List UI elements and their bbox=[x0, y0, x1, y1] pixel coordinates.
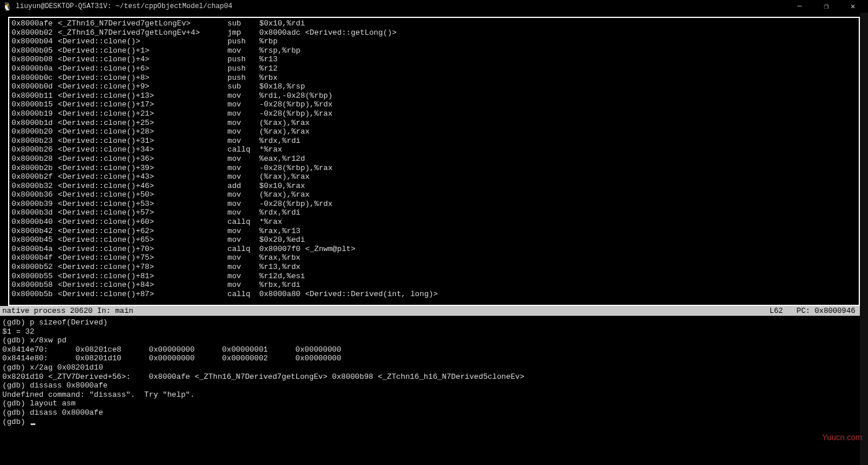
asm-opcode: callq bbox=[227, 245, 259, 254]
asm-symbol: <Derived::clone()+53> bbox=[58, 200, 227, 209]
asm-line: 0x8000b0c<Derived::clone()+8>push%rbx bbox=[12, 73, 856, 83]
asm-address: 0x8000b4f bbox=[12, 253, 58, 263]
asm-line: 0x8000b26<Derived::clone()+34>callq*%rax bbox=[12, 145, 856, 154]
asm-line: 0x8000b02<_ZThn16_N7Derived7getLongEv+4>… bbox=[12, 28, 856, 38]
asm-symbol: <_ZThn16_N7Derived7getLongEv+4> bbox=[58, 28, 227, 38]
asm-line: 0x8000b3d<Derived::clone()+57>mov%rdx,%r… bbox=[12, 208, 856, 217]
asm-opcode: sub bbox=[227, 19, 259, 28]
asm-opcode: push bbox=[227, 37, 259, 46]
asm-address: 0x8000b05 bbox=[12, 46, 58, 56]
asm-address: 0x8000b45 bbox=[12, 235, 58, 245]
asm-args: %rdx,%rdi bbox=[259, 136, 856, 146]
asm-line: 0x8000b08<Derived::clone()+4>push%r13 bbox=[12, 55, 856, 64]
console-line: 0x8414e80: 0x08201d10 0x00000000 0x00000… bbox=[2, 354, 866, 363]
asm-address: 0x8000b15 bbox=[12, 100, 58, 109]
asm-symbol: <Derived::clone()+39> bbox=[58, 164, 227, 173]
console-line: (gdb) bbox=[2, 418, 866, 427]
window-title: liuyun@DESKTOP-Q5AT31V: ~/test/cppObject… bbox=[16, 2, 792, 10]
asm-address: 0x8000b28 bbox=[12, 154, 58, 164]
asm-args: %rbx bbox=[259, 73, 856, 83]
asm-address: 0x8000b02 bbox=[12, 28, 58, 38]
asm-symbol: <Derived::clone()+4> bbox=[58, 55, 227, 64]
asm-line: 0x8000b23<Derived::clone()+31>mov%rdx,%r… bbox=[12, 136, 856, 146]
asm-opcode: mov bbox=[227, 200, 259, 209]
asm-symbol: <Derived::clone()+65> bbox=[58, 235, 227, 245]
asm-args: %rax,%r13 bbox=[259, 227, 856, 236]
asm-line: 0x8000b52<Derived::clone()+78>mov%r13,%r… bbox=[12, 263, 856, 272]
console-line: (gdb) x/2ag 0x08201d10 bbox=[2, 363, 866, 372]
asm-line: 0x8000b42<Derived::clone()+62>mov%rax,%r… bbox=[12, 227, 856, 236]
disassembly-panel[interactable]: 0x8000afe<_ZThn16_N7Derived7getLongEv>su… bbox=[8, 17, 860, 306]
asm-symbol: <Derived::clone()+25> bbox=[58, 119, 227, 128]
asm-args: %eax,%r12d bbox=[259, 154, 856, 164]
asm-address: 0x8000b20 bbox=[12, 127, 58, 136]
maximize-button[interactable]: ❐ bbox=[818, 2, 834, 11]
asm-args: (%rax),%rax bbox=[259, 172, 856, 182]
asm-line: 0x8000b15<Derived::clone()+17>mov-0x28(%… bbox=[12, 100, 856, 109]
asm-args: $0x10,%rdi bbox=[259, 19, 856, 28]
asm-symbol: <Derived::clone()+78> bbox=[58, 263, 227, 272]
window-controls: — ❐ ✕ bbox=[792, 2, 866, 11]
asm-opcode: mov bbox=[227, 100, 259, 109]
asm-symbol: <Derived::clone()+1> bbox=[58, 46, 227, 56]
asm-symbol: <Derived::clone()+34> bbox=[58, 145, 227, 154]
asm-opcode: callq bbox=[227, 145, 259, 154]
asm-symbol: <Derived::clone()+6> bbox=[58, 64, 227, 73]
asm-line: 0x8000afe<_ZThn16_N7Derived7getLongEv>su… bbox=[12, 19, 856, 28]
asm-symbol: <Derived::clone()+62> bbox=[58, 227, 227, 236]
asm-args: %r12d,%esi bbox=[259, 272, 856, 281]
console-line: (gdb) disass 0x8000afe bbox=[2, 408, 866, 418]
asm-args: %r12 bbox=[259, 64, 856, 73]
gdb-console[interactable]: (gdb) p sizeof(Derived)$1 = 32(gdb) x/8x… bbox=[0, 316, 868, 426]
asm-symbol: <Derived::clone()+21> bbox=[58, 109, 227, 119]
asm-address: 0x8000b0a bbox=[12, 64, 58, 73]
asm-args: $0x18,%rsp bbox=[259, 82, 856, 91]
asm-opcode: mov bbox=[227, 281, 259, 290]
asm-symbol: <Derived::clone()+70> bbox=[58, 245, 227, 254]
asm-address: 0x8000b26 bbox=[12, 145, 58, 154]
asm-symbol: <Derived::clone()+13> bbox=[58, 91, 227, 101]
asm-opcode: push bbox=[227, 73, 259, 83]
asm-line: 0x8000b32<Derived::clone()+46>add$0x10,%… bbox=[12, 182, 856, 191]
asm-line: 0x8000b4a<Derived::clone()+70>callq0x800… bbox=[12, 245, 856, 254]
asm-opcode: mov bbox=[227, 127, 259, 136]
scrollbar[interactable] bbox=[860, 13, 868, 465]
console-line: 0x8201d10 <_ZTV7Derived+56>: 0x8000afe <… bbox=[2, 372, 866, 382]
minimize-button[interactable]: — bbox=[792, 2, 808, 11]
asm-symbol: <Derived::clone()+43> bbox=[58, 172, 227, 182]
asm-args: *%rax bbox=[259, 217, 856, 227]
asm-opcode: mov bbox=[227, 91, 259, 101]
asm-line: 0x8000b58<Derived::clone()+84>mov%rbx,%r… bbox=[12, 281, 856, 290]
asm-address: 0x8000b3d bbox=[12, 208, 58, 217]
console-line: $1 = 32 bbox=[2, 327, 866, 337]
asm-symbol: <_ZThn16_N7Derived7getLongEv> bbox=[58, 19, 227, 28]
asm-address: 0x8000b4a bbox=[12, 245, 58, 254]
penguin-icon: 🐧 bbox=[2, 2, 12, 12]
asm-line: 0x8000b05<Derived::clone()+1>mov%rsp,%rb… bbox=[12, 46, 856, 56]
asm-symbol: <Derived::clone()> bbox=[58, 37, 227, 46]
asm-args: -0x28(%rbp),%rax bbox=[259, 109, 856, 119]
asm-args: $0x10,%rax bbox=[259, 182, 856, 191]
asm-opcode: sub bbox=[227, 82, 259, 91]
close-button[interactable]: ✕ bbox=[845, 2, 861, 11]
status-left: native process 20620 In: main bbox=[2, 306, 770, 316]
console-line: Undefined command: "dissass". Try "help"… bbox=[2, 390, 866, 400]
asm-args: -0x28(%rbp),%rax bbox=[259, 164, 856, 173]
asm-opcode: callq bbox=[227, 217, 259, 227]
asm-args: %rbp bbox=[259, 37, 856, 46]
asm-line: 0x8000b39<Derived::clone()+53>mov-0x28(%… bbox=[12, 200, 856, 209]
asm-address: 0x8000b2b bbox=[12, 164, 58, 173]
asm-opcode: mov bbox=[227, 136, 259, 146]
status-bar: native process 20620 In: main L62 PC: 0x… bbox=[0, 306, 860, 316]
asm-line: 0x8000b28<Derived::clone()+36>mov%eax,%r… bbox=[12, 154, 856, 164]
asm-address: 0x8000b04 bbox=[12, 37, 58, 46]
asm-opcode: mov bbox=[227, 154, 259, 164]
asm-address: 0x8000b19 bbox=[12, 109, 58, 119]
asm-opcode: mov bbox=[227, 164, 259, 173]
asm-args: %rdi,-0x28(%rbp) bbox=[259, 91, 856, 101]
asm-args: $0x20,%edi bbox=[259, 235, 856, 245]
console-line: (gdb) dissass 0x8000afe bbox=[2, 381, 866, 390]
asm-line: 0x8000b36<Derived::clone()+50>mov(%rax),… bbox=[12, 190, 856, 200]
asm-opcode: push bbox=[227, 55, 259, 64]
asm-symbol: <Derived::clone()+60> bbox=[58, 217, 227, 227]
